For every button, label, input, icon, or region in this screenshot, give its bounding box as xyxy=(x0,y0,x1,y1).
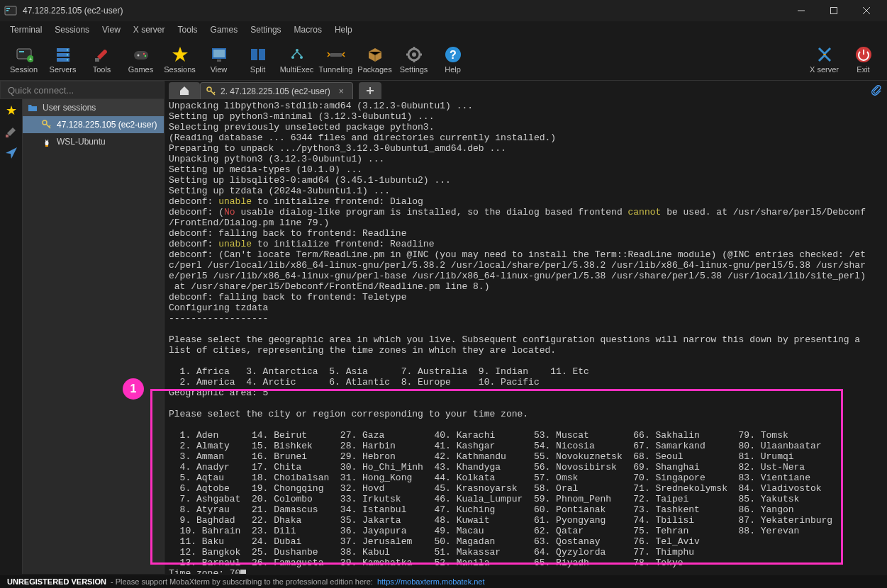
multiexec-icon xyxy=(288,45,306,64)
tool-view-label: View xyxy=(211,65,228,74)
tool-exit-label: Exit xyxy=(857,65,869,74)
packages-icon xyxy=(366,45,384,64)
tool-servers[interactable]: Servers xyxy=(43,44,82,75)
folder-icon xyxy=(27,102,38,113)
svg-rect-25 xyxy=(251,49,257,60)
svg-point-52 xyxy=(48,140,49,141)
svg-rect-2 xyxy=(6,10,9,11)
servers-icon xyxy=(54,45,72,64)
svg-point-32 xyxy=(412,52,416,57)
svg-rect-30 xyxy=(330,53,342,57)
maximize-button[interactable] xyxy=(818,0,850,21)
tool-exit[interactable]: Exit xyxy=(844,44,883,75)
session-icon: + xyxy=(15,45,33,64)
status-unregistered: UNREGISTERED VERSION xyxy=(7,577,106,586)
tool-help[interactable]: ?Help xyxy=(433,44,472,75)
tool-games[interactable]: Games xyxy=(121,44,160,75)
toolbar-ribbon: +SessionServersToolsGamesSessionsViewSpl… xyxy=(0,38,887,81)
tool-sessions-label: Sessions xyxy=(164,65,196,74)
svg-text:?: ? xyxy=(450,49,457,61)
minimize-button[interactable] xyxy=(785,0,818,21)
tool-multiexec[interactable]: MultiExec xyxy=(277,44,316,75)
tool-packages[interactable]: Packages xyxy=(355,44,394,75)
menu-tools[interactable]: Tools xyxy=(172,23,203,37)
tool-help-label: Help xyxy=(445,65,461,74)
games-icon xyxy=(132,45,150,64)
svg-point-14 xyxy=(67,49,68,50)
svg-point-50 xyxy=(45,141,49,146)
tools-icon xyxy=(93,45,111,64)
tool-sessions[interactable]: Sessions xyxy=(160,44,199,75)
status-message: - Please support MobaXterm by subscribin… xyxy=(111,577,373,586)
callout-badge: 1 xyxy=(123,378,144,400)
tool-settings-label: Settings xyxy=(400,65,428,74)
paperclip-icon[interactable] xyxy=(866,81,887,99)
xserver-icon xyxy=(815,45,834,64)
svg-rect-17 xyxy=(95,58,99,62)
svg-rect-18 xyxy=(134,51,148,60)
svg-rect-4 xyxy=(831,8,837,14)
svg-point-19 xyxy=(137,54,139,56)
menu-settings[interactable]: Settings xyxy=(245,23,286,37)
tab-session-current[interactable]: 2. 47.128.225.105 (ec2-user) × xyxy=(200,82,353,99)
svg-point-27 xyxy=(296,49,299,52)
callout-region xyxy=(150,389,843,565)
close-button[interactable] xyxy=(850,0,883,21)
tool-session[interactable]: +Session xyxy=(4,44,43,75)
key-icon xyxy=(206,86,216,96)
titlebar: 47.128.225.105 (ec2-user) xyxy=(0,0,887,21)
svg-line-48 xyxy=(49,125,50,127)
svg-point-16 xyxy=(67,59,68,60)
svg-rect-26 xyxy=(259,49,265,60)
menu-sessions[interactable]: Sessions xyxy=(49,23,95,37)
tool-tunneling[interactable]: Tunneling xyxy=(316,44,355,75)
split-icon xyxy=(249,45,267,64)
svg-point-28 xyxy=(291,56,294,59)
menu-terminal[interactable]: Terminal xyxy=(4,23,48,37)
svg-point-29 xyxy=(300,56,303,59)
menu-macros[interactable]: Macros xyxy=(289,23,328,37)
svg-point-20 xyxy=(143,52,144,54)
svg-rect-23 xyxy=(213,50,225,57)
favorites-icon[interactable]: ★ xyxy=(3,102,20,119)
menubar: TerminalSessionsViewX serverToolsGamesSe… xyxy=(0,21,887,38)
plus-icon xyxy=(366,86,374,95)
tree-item-1[interactable]: WSL-Ubuntu xyxy=(23,133,164,150)
tool-xserver-label: X server xyxy=(810,65,839,74)
tree-root-label: User sessions xyxy=(43,103,96,113)
send-strip-icon[interactable] xyxy=(3,145,20,162)
tool-split[interactable]: Split xyxy=(238,44,277,75)
tool-split-label: Split xyxy=(250,65,265,74)
quick-connect-input[interactable]: Quick connect... xyxy=(0,81,164,99)
svg-point-51 xyxy=(45,140,47,141)
tool-session-label: Session xyxy=(10,65,38,74)
tab-close-icon[interactable]: × xyxy=(339,86,344,96)
status-link[interactable]: https://mobaxterm.mobatek.net xyxy=(377,577,485,586)
app-icon xyxy=(4,4,17,17)
svg-line-42 xyxy=(213,92,215,94)
tunneling-icon xyxy=(327,45,345,64)
menu-games[interactable]: Games xyxy=(205,23,244,37)
view-icon xyxy=(210,45,228,64)
tool-tunneling-label: Tunneling xyxy=(319,65,353,74)
tab-add-button[interactable] xyxy=(359,82,381,99)
menu-help[interactable]: Help xyxy=(329,23,358,37)
key-icon xyxy=(41,119,52,130)
settings-icon xyxy=(405,45,423,64)
tree-item-0[interactable]: 47.128.225.105 (ec2-user) xyxy=(23,116,164,133)
svg-point-21 xyxy=(144,55,145,56)
tab-home[interactable] xyxy=(169,82,200,99)
menu-view[interactable]: View xyxy=(96,23,126,37)
tool-multiexec-label: MultiExec xyxy=(280,65,314,74)
tool-tools[interactable]: Tools xyxy=(82,44,121,75)
tree-root-user-sessions[interactable]: User sessions xyxy=(23,99,164,116)
tree-item-label: WSL-Ubuntu xyxy=(57,137,106,147)
sessions-sidebar: User sessions 47.128.225.105 (ec2-user)W… xyxy=(23,99,164,574)
window-title: 47.128.225.105 (ec2-user) xyxy=(23,6,785,16)
tools-strip-icon[interactable] xyxy=(3,123,20,140)
home-icon xyxy=(179,85,190,96)
tool-settings[interactable]: Settings xyxy=(394,44,433,75)
menu-x-server[interactable]: X server xyxy=(128,23,171,37)
tool-view[interactable]: View xyxy=(199,44,238,75)
tool-xserver[interactable]: X server xyxy=(805,44,844,75)
